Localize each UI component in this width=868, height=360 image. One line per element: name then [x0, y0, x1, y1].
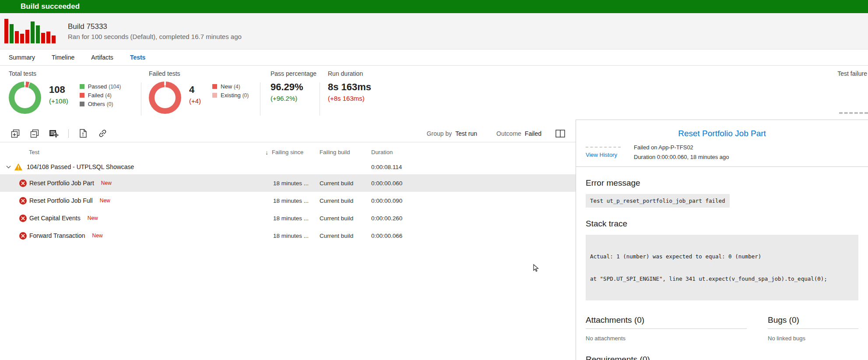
attachments-section: Attachments (0) No attachments — [586, 315, 747, 342]
detail-test-title: Reset Portfolio Job Part — [586, 129, 858, 138]
stack-trace-line: Actual: 1 (number) was expected to equal… — [590, 253, 854, 260]
stat-total-tests: Total tests 108 (+108) Passed(104) Faile… — [9, 66, 141, 119]
total-tests-donut-chart — [9, 81, 41, 114]
test-row[interactable]: Reset Portfolio Job Full New 18 minutes … — [0, 192, 576, 209]
failing-build-cell[interactable]: Current build — [320, 233, 371, 239]
run-duration-delta: (+8s 163ms) — [328, 95, 416, 102]
detail-divider — [576, 166, 868, 167]
outcome-dropdown[interactable]: Failed — [525, 130, 541, 137]
legend-existing-count: (0) — [242, 92, 249, 99]
legend-others-count: (0) — [107, 101, 113, 107]
run-duration-value: 8s 163ms — [328, 81, 416, 93]
pass-pct-title: Pass percentage — [271, 70, 320, 77]
new-badge: New — [88, 215, 98, 221]
failed-tests-value: 4 — [189, 84, 201, 95]
test-detail-pane: Reset Portfolio Job Part View History Fa… — [576, 120, 868, 360]
tab-summary[interactable]: Summary — [9, 54, 35, 61]
total-tests-value: 108 — [49, 84, 68, 95]
test-name: Reset Portfolio Job Full — [29, 197, 93, 204]
legend-new-label: New — [221, 83, 232, 90]
test-row[interactable]: Forward Transaction New 18 minutes ... C… — [0, 227, 576, 244]
tab-tests[interactable]: Tests — [130, 54, 146, 61]
failed-test-icon — [19, 180, 27, 187]
failing-build-cell[interactable]: Current build — [320, 180, 371, 187]
duration-cell: 0:00:00.090 — [371, 198, 424, 204]
new-badge: New — [100, 198, 110, 204]
legend-others-label: Others — [88, 101, 105, 107]
col-test[interactable]: Test — [29, 149, 39, 155]
legend-passed-count: (104) — [109, 84, 121, 90]
failed-test-icon — [19, 197, 27, 205]
build-history-chart-icon — [4, 19, 56, 43]
build-header: Build 75333 Ran for 100 seconds (Default… — [0, 13, 868, 49]
col-failing-since[interactable]: Failing since — [272, 149, 303, 155]
failed-tests-legend: New(4) Existing(0) — [212, 83, 249, 101]
legend-failed-count: (4) — [105, 92, 112, 99]
bugs-empty-text: No linked bugs — [768, 335, 858, 342]
view-history-link[interactable]: View History — [586, 152, 628, 158]
legend-existing-label: Existing — [221, 92, 241, 99]
col-failing-build[interactable]: Failing build — [320, 149, 350, 155]
test-name: Get Capital Events — [29, 215, 81, 222]
history-sparkline-placeholder — [586, 147, 621, 148]
legend-new-swatch — [212, 84, 217, 89]
stat-failed-tests: Failed tests 4 (+4) New(4) Existing(0) — [141, 66, 260, 119]
failing-build-cell[interactable]: Current build — [320, 215, 371, 222]
build-subtitle: Ran for 100 seconds (Default), completed… — [68, 33, 242, 40]
mouse-cursor — [533, 264, 540, 274]
run-duration-title: Run duration — [328, 70, 416, 77]
group-by-dropdown[interactable]: Test run — [455, 130, 477, 137]
build-tabs: Summary Timeline Artifacts Tests — [0, 49, 868, 66]
legend-passed-swatch — [80, 84, 84, 89]
test-stats-strip: Total tests 108 (+108) Passed(104) Faile… — [0, 66, 868, 119]
requirements-section: Requirements (0) No linked requirements — [586, 355, 747, 360]
stat-run-duration: Run duration 8s 163ms (+8s 163ms) — [320, 66, 416, 119]
tab-artifacts[interactable]: Artifacts — [91, 54, 113, 61]
outcome-label: Outcome — [496, 130, 521, 137]
toolbar-divider — [68, 129, 69, 138]
test-name: Reset Portfolio Job Part — [29, 180, 94, 187]
group-row-duration: 0:00:08.114 — [371, 164, 424, 170]
bugs-section: Bugs (0) No linked bugs — [768, 315, 858, 342]
warning-icon — [14, 163, 22, 170]
build-status-text: Build succeeded — [21, 2, 80, 11]
col-duration[interactable]: Duration — [371, 149, 393, 155]
duration-cell: 0:00:00.066 — [371, 233, 424, 239]
failing-build-cell[interactable]: Current build — [320, 198, 371, 204]
legend-new-count: (4) — [234, 84, 240, 90]
copy-link-icon[interactable] — [98, 129, 107, 138]
tab-timeline[interactable]: Timeline — [52, 54, 74, 61]
legend-others-swatch — [80, 102, 84, 106]
test-row[interactable]: Get Capital Events New 18 minutes ... Cu… — [0, 209, 576, 227]
chevron-down-icon[interactable] — [6, 166, 12, 169]
column-options-icon[interactable] — [49, 129, 59, 138]
legend-passed-label: Passed — [88, 83, 107, 90]
expand-all-icon[interactable] — [11, 129, 20, 138]
failed-on-text: Failed on App-P-TFS02 — [634, 143, 729, 152]
stat-total-title: Total tests — [9, 70, 141, 77]
failing-since-cell: 18 minutes ... — [263, 215, 320, 222]
test-row[interactable]: Reset Portfolio Job Part New 18 minutes … — [0, 174, 576, 192]
build-title: Build 75333 — [68, 22, 242, 31]
stat-failed-title: Failed tests — [149, 70, 260, 77]
duration-cell: 0:00:00.060 — [371, 180, 424, 187]
error-message-heading: Error message — [586, 178, 858, 188]
legend-existing-swatch — [212, 93, 217, 98]
toggle-details-pane-icon[interactable] — [555, 129, 565, 138]
sort-desc-icon[interactable]: ↓ — [265, 149, 268, 156]
new-badge: New — [101, 180, 112, 186]
bugs-heading: Bugs (0) — [768, 315, 858, 329]
stack-trace-line: at "SPD.UT_SPI_ENGINE", line 341 ut.expe… — [590, 275, 854, 282]
failing-since-cell: 18 minutes ... — [263, 233, 320, 239]
group-row-title: 104/108 Passed - UTPLSQL Showcase — [27, 163, 134, 170]
stack-trace-text: Actual: 1 (number) was expected to equal… — [586, 235, 858, 300]
error-details-doc-icon[interactable] — [78, 129, 88, 138]
collapse-all-icon[interactable] — [30, 129, 39, 138]
build-status-banner: Build succeeded — [0, 0, 868, 13]
test-run-group-row[interactable]: 104/108 Passed - UTPLSQL Showcase 0:00:0… — [0, 159, 576, 174]
detail-meta: View History Failed on App-P-TFS02 Durat… — [586, 143, 858, 162]
results-table-header: Test ↓ Failing since Failing build Durat… — [0, 145, 576, 159]
failing-since-cell: 18 minutes ... — [263, 198, 320, 204]
test-failure-trend-placeholder — [839, 112, 868, 114]
results-toolbar: Group by Test run Outcome Failed — [0, 125, 576, 142]
